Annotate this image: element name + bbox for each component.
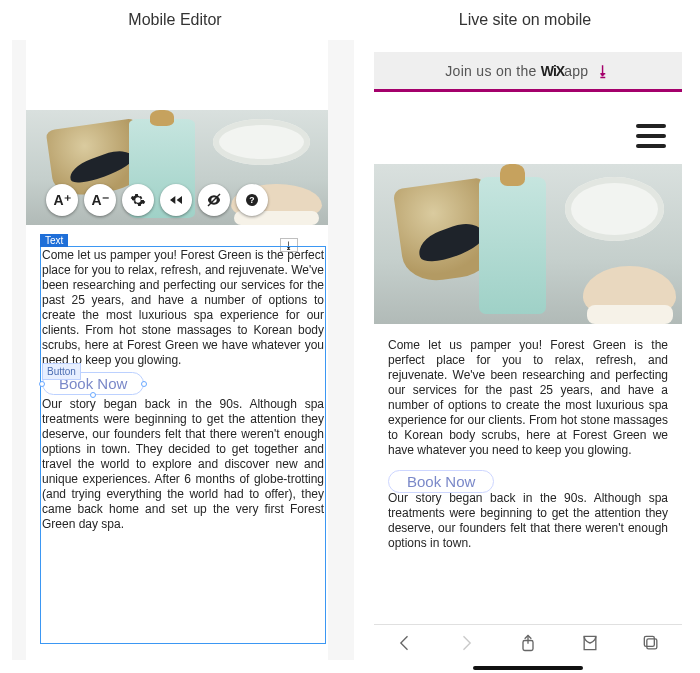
font-increase-icon[interactable]: A⁺ bbox=[46, 184, 78, 216]
banner-brand: WiX bbox=[541, 63, 564, 79]
editor-toolbar: A⁺ A⁻ ? bbox=[46, 184, 268, 216]
font-decrease-icon[interactable]: A⁻ bbox=[84, 184, 116, 216]
svg-rect-4 bbox=[647, 638, 657, 648]
selection-label-button: Button bbox=[42, 363, 81, 380]
hero-image bbox=[374, 164, 682, 324]
hamburger-icon[interactable] bbox=[636, 124, 666, 148]
browser-toolbar bbox=[374, 624, 682, 664]
download-icon[interactable]: ⭳ bbox=[596, 63, 610, 79]
selection-label: Text bbox=[40, 234, 68, 247]
rewind-icon[interactable] bbox=[160, 184, 192, 216]
label-mobile-editor: Mobile Editor bbox=[0, 11, 350, 29]
book-now-button[interactable]: Book Now bbox=[388, 470, 494, 493]
help-icon[interactable]: ? bbox=[236, 184, 268, 216]
banner-pre: Join us on the bbox=[445, 63, 541, 79]
svg-rect-5 bbox=[645, 636, 655, 646]
tabs-icon[interactable] bbox=[641, 633, 661, 657]
live-phone: Join us on the WiXapp ⭳ Come let us pamp… bbox=[374, 52, 682, 672]
label-live-site: Live site on mobile bbox=[350, 11, 700, 29]
paragraph-2[interactable]: Our story began back in the 90s. Althoug… bbox=[42, 397, 324, 532]
editor-viewport: A⁺ A⁻ ? Text ⭳ bbox=[12, 40, 354, 660]
editor-body: Come let us pamper you! Forest Green is … bbox=[42, 248, 324, 532]
hide-icon[interactable] bbox=[198, 184, 230, 216]
paragraph-1: Come let us pamper you! Forest Green is … bbox=[388, 338, 668, 458]
gear-icon[interactable] bbox=[122, 184, 154, 216]
back-icon[interactable] bbox=[395, 633, 415, 657]
paragraph-2: Our story began back in the 90s. Althoug… bbox=[388, 491, 668, 551]
share-icon[interactable] bbox=[518, 633, 538, 657]
svg-text:?: ? bbox=[249, 195, 254, 205]
wix-app-banner[interactable]: Join us on the WiXapp ⭳ bbox=[374, 52, 682, 92]
button-selection[interactable]: Button Book Now bbox=[42, 372, 144, 395]
home-indicator bbox=[473, 666, 583, 670]
bookmarks-icon[interactable] bbox=[580, 633, 600, 657]
banner-post: app bbox=[564, 63, 588, 79]
live-body: Come let us pamper you! Forest Green is … bbox=[388, 338, 668, 551]
paragraph-1[interactable]: Come let us pamper you! Forest Green is … bbox=[42, 248, 324, 368]
forward-icon[interactable] bbox=[456, 633, 476, 657]
